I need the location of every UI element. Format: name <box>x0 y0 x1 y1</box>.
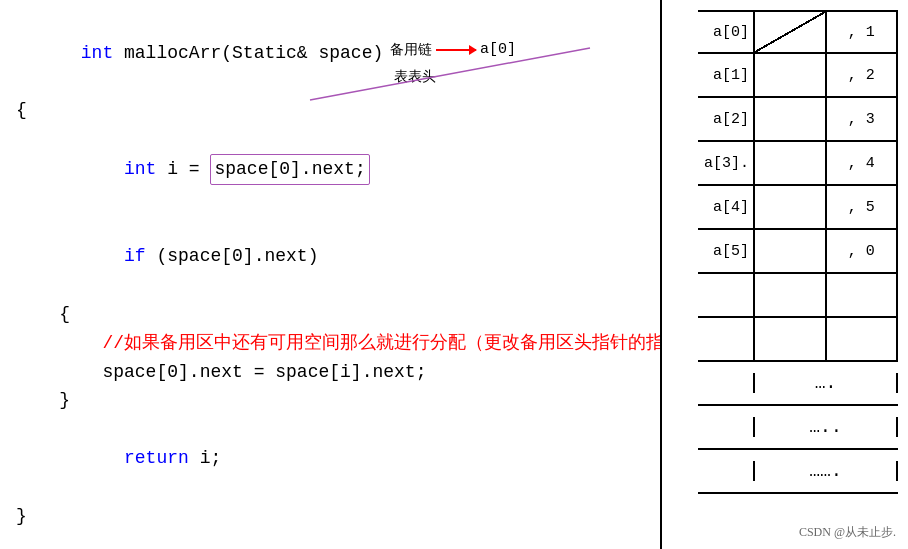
annotation-spare-chain: 备用链 a[0] <box>390 38 650 62</box>
code-line-10: } <box>16 502 644 531</box>
array-cell-5-1: , 0 <box>827 230 899 272</box>
code-func-sig: mallocArr(Static& space) <box>113 43 383 63</box>
kw-return: return <box>81 448 189 468</box>
array-label-empty-2 <box>698 318 753 360</box>
array-table: a[0] , 1 a[1] , 2 a[2] , 3 <box>698 10 898 494</box>
array-cells-4: , 5 <box>753 186 898 228</box>
array-cell-1-1: , 2 <box>827 54 899 96</box>
array-cell-e1-0 <box>755 274 827 316</box>
array-row-empty-1 <box>698 274 898 318</box>
array-cell-1-0 <box>755 54 827 96</box>
array-cell-3-1: , 4 <box>827 142 899 184</box>
spare-chain-target: a[0] <box>480 38 516 62</box>
kw-int-1: int <box>81 43 113 63</box>
array-label-1: a[1] <box>698 54 753 96</box>
array-label-empty-1 <box>698 274 753 316</box>
array-cells-3: , 4 <box>753 142 898 184</box>
spare-chain-label: 备用链 <box>390 39 432 61</box>
array-row-dots-2: ….. <box>698 406 898 450</box>
code-line-5: { <box>16 300 644 329</box>
highlight-next: space[0].next; <box>210 154 369 185</box>
array-row-3: a[3]. , 4 <box>698 142 898 186</box>
kw-int-2: int <box>81 159 157 179</box>
annotation-list-head: 表表头 <box>390 66 650 88</box>
code-line-8: } <box>16 386 644 415</box>
code-line-2: { <box>16 96 644 125</box>
annotation-area: 备用链 a[0] 表表头 <box>390 38 650 92</box>
array-row-4: a[4] , 5 <box>698 186 898 230</box>
code-line-3: int i = space[0].next; <box>16 125 644 213</box>
array-row-5: a[5] , 0 <box>698 230 898 274</box>
code-panel: int mallocArr(Static& space) { int i = s… <box>0 0 660 549</box>
array-cells-empty-1 <box>753 274 898 316</box>
array-cell-5-0 <box>755 230 827 272</box>
dots-cell-2: ….. <box>753 417 898 437</box>
array-row-2: a[2] , 3 <box>698 98 898 142</box>
dots-cell-3: ……. <box>753 461 898 481</box>
array-row-dots-3: ……. <box>698 450 898 494</box>
array-cells-1: , 2 <box>753 54 898 96</box>
code-return-val: i; <box>189 448 221 468</box>
array-row-0: a[0] , 1 <box>698 10 898 54</box>
array-label-2: a[2] <box>698 98 753 140</box>
array-cells-5: , 0 <box>753 230 898 272</box>
array-label-3: a[3]. <box>698 142 753 184</box>
array-cell-2-1: , 3 <box>827 98 899 140</box>
array-cells-0: , 1 <box>753 12 898 52</box>
array-label-5: a[5] <box>698 230 753 272</box>
spare-chain-arrow <box>436 49 476 51</box>
code-line-4: if (space[0].next) <box>16 214 644 300</box>
array-cell-2-0 <box>755 98 827 140</box>
array-cell-4-0 <box>755 186 827 228</box>
array-cell-0-0 <box>755 12 827 52</box>
code-line-9: return i; <box>16 415 644 501</box>
array-cell-0-1: , 1 <box>827 12 899 52</box>
code-assign-pre: i = <box>156 159 210 179</box>
watermark: CSDN @从未止步. <box>799 524 896 541</box>
kw-if: if <box>81 246 146 266</box>
dots-cell-1: …. <box>753 373 898 393</box>
code-if-cond: (space[0].next) <box>146 246 319 266</box>
code-comment: //如果备用区中还有可用空间那么就进行分配（更改备用区头指针的指向） <box>16 329 644 358</box>
array-cell-e2-1 <box>827 318 899 360</box>
array-row-empty-2 <box>698 318 898 362</box>
array-label-4: a[4] <box>698 186 753 228</box>
list-head-label: 表表头 <box>394 66 436 88</box>
array-cell-e1-1 <box>827 274 899 316</box>
array-cell-4-1: , 5 <box>827 186 899 228</box>
array-row-dots-1: …. <box>698 362 898 406</box>
array-cell-3-0 <box>755 142 827 184</box>
array-panel: a[0] , 1 a[1] , 2 a[2] , 3 <box>660 0 908 549</box>
main-container: int mallocArr(Static& space) { int i = s… <box>0 0 908 549</box>
array-cells-2: , 3 <box>753 98 898 140</box>
array-cells-empty-2 <box>753 318 898 360</box>
array-row-1: a[1] , 2 <box>698 54 898 98</box>
array-cell-e2-0 <box>755 318 827 360</box>
array-label-0: a[0] <box>698 12 753 52</box>
code-line-7: space[0].next = space[i].next; <box>16 358 644 387</box>
